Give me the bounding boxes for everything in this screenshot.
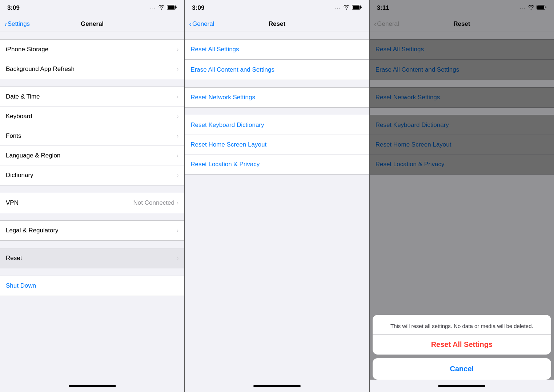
reset-group-2b: Erase All Content and Settings [185, 60, 369, 80]
row-date-time-label: Date & Time [6, 93, 40, 100]
row-reset-network-label-2: Reset Network Settings [190, 94, 255, 101]
settings-group-shutdown: Shut Down [0, 276, 184, 296]
nav-back-label-1: Settings [8, 20, 30, 28]
row-dictionary[interactable]: Dictionary › [0, 165, 184, 185]
row-language-right: › [177, 152, 178, 159]
row-keyboard-label: Keyboard [6, 113, 32, 120]
svg-rect-3 [353, 5, 360, 9]
row-reset-all-settings-2[interactable]: Reset All Settings [185, 40, 369, 59]
section-main-1: iPhone Storage › Background App Refresh … [0, 39, 184, 296]
back-chevron-icon: ‹ [4, 20, 7, 28]
status-bar-2: 3:09 ··· [185, 0, 369, 16]
row-shutdown[interactable]: Shut Down [0, 276, 184, 296]
row-background-app-refresh[interactable]: Background App Refresh › [0, 59, 184, 79]
status-time-1: 3:09 [7, 4, 20, 12]
chevron-right-icon-4: › [177, 113, 178, 120]
dialog-message: This will reset all settings. No data or… [373, 315, 551, 335]
dialog-action-label: Reset All Settings [431, 340, 493, 349]
panel-3: 3:11 ··· ‹ General Re [369, 0, 554, 392]
dialog-sheet-wrapper: This will reset all settings. No data or… [373, 315, 551, 380]
home-indicator-1 [0, 380, 184, 392]
row-reset-right: › [177, 255, 178, 261]
row-vpn[interactable]: VPN Not Connected › [0, 193, 184, 213]
row-iphone-storage-right: › [177, 46, 178, 53]
row-reset-location-2[interactable]: Reset Location & Privacy [185, 155, 369, 174]
chevron-right-icon-3: › [177, 93, 178, 100]
scroll-content-2[interactable]: Reset All Settings Erase All Content and… [185, 32, 369, 380]
wifi-icon-2 [343, 5, 350, 11]
row-reset-home-2[interactable]: Reset Home Screen Layout [185, 135, 369, 155]
nav-back-1[interactable]: ‹ Settings [4, 20, 30, 28]
home-bar-1 [69, 385, 116, 387]
row-fonts-label: Fonts [6, 132, 21, 140]
dialog-cancel-button[interactable]: Cancel [373, 358, 551, 380]
reset-group-2a: Reset All Settings [185, 39, 369, 60]
row-iphone-storage[interactable]: iPhone Storage › [0, 40, 184, 59]
nav-bar-1: ‹ Settings General [0, 16, 184, 32]
row-dictionary-label: Dictionary [6, 172, 33, 179]
status-bar-1: 3:09 ··· [0, 0, 184, 16]
row-bg-label: Background App Refresh [6, 65, 75, 73]
row-date-time-right: › [177, 93, 178, 100]
settings-group-3: VPN Not Connected › [0, 193, 184, 213]
row-keyboard-right: › [177, 113, 178, 120]
status-time-2: 3:09 [192, 4, 204, 12]
settings-group-5: Reset › [0, 248, 184, 268]
nav-title-2: Reset [269, 20, 285, 28]
row-legal[interactable]: Legal & Regulatory › [0, 221, 184, 240]
dialog-cancel-label: Cancel [450, 365, 474, 373]
wifi-icon [158, 5, 165, 11]
status-icons-2: ··· [335, 5, 362, 11]
row-dictionary-right: › [177, 172, 178, 179]
row-vpn-label: VPN [6, 199, 19, 207]
row-shutdown-label: Shut Down [6, 282, 36, 289]
row-iphone-storage-label: iPhone Storage [6, 46, 48, 53]
nav-title-1: General [81, 20, 104, 28]
row-date-time[interactable]: Date & Time › [0, 87, 184, 107]
battery-icon-2 [352, 5, 362, 11]
row-fonts-right: › [177, 133, 178, 139]
panel-1: 3:09 ··· ‹ Settings G [0, 0, 184, 392]
row-reset-network-2[interactable]: Reset Network Settings [185, 88, 369, 107]
row-reset-keyboard-2[interactable]: Reset Keyboard Dictionary [185, 115, 369, 135]
row-fonts[interactable]: Fonts › [0, 126, 184, 146]
row-reset-label: Reset [6, 255, 22, 262]
home-indicator-2 [185, 380, 369, 392]
svg-rect-1 [168, 5, 174, 9]
chevron-right-icon-6: › [177, 152, 178, 159]
row-language-region[interactable]: Language & Region › [0, 146, 184, 165]
chevron-right-icon-7: › [177, 172, 178, 179]
row-legal-right: › [177, 227, 178, 234]
home-bar-3 [438, 385, 485, 387]
row-reset-location-label-2: Reset Location & Privacy [190, 161, 260, 168]
reset-group-2c: Reset Network Settings [185, 87, 369, 108]
settings-group-4: Legal & Regulatory › [0, 220, 184, 241]
chevron-right-icon: › [177, 46, 178, 53]
row-vpn-value: Not Connected [133, 199, 174, 207]
nav-back-label-2: General [192, 20, 214, 28]
settings-group-2: Date & Time › Keyboard › Fonts › [0, 87, 184, 185]
dialog-action-reset[interactable]: Reset All Settings [373, 335, 551, 355]
panel-2: 3:09 ··· ‹ General Re [184, 0, 369, 392]
scroll-content-1[interactable]: iPhone Storage › Background App Refresh … [0, 32, 184, 380]
status-icons-1: ··· [150, 5, 177, 11]
dialog-sheet: This will reset all settings. No data or… [373, 315, 551, 355]
signal-dots-icon-2: ··· [335, 5, 341, 11]
row-bg-right: › [177, 66, 178, 72]
dialog-overlay: This will reset all settings. No data or… [370, 0, 554, 392]
row-erase-all-2[interactable]: Erase All Content and Settings [185, 60, 369, 80]
row-erase-all-label-2: Erase All Content and Settings [190, 66, 274, 73]
settings-group-1: iPhone Storage › Background App Refresh … [0, 39, 184, 79]
chevron-right-icon-5: › [177, 133, 178, 139]
signal-dots-icon: ··· [150, 5, 156, 11]
row-reset[interactable]: Reset › [0, 248, 184, 268]
nav-back-2[interactable]: ‹ General [189, 20, 214, 28]
chevron-right-icon-8: › [177, 200, 178, 206]
chevron-right-icon-9: › [177, 227, 178, 234]
row-keyboard[interactable]: Keyboard › [0, 107, 184, 126]
row-reset-keyboard-label-2: Reset Keyboard Dictionary [190, 121, 264, 129]
reset-group-2d: Reset Keyboard Dictionary Reset Home Scr… [185, 115, 369, 175]
battery-icon [167, 5, 177, 11]
row-vpn-right: Not Connected › [133, 199, 179, 207]
row-reset-home-label-2: Reset Home Screen Layout [190, 141, 266, 148]
